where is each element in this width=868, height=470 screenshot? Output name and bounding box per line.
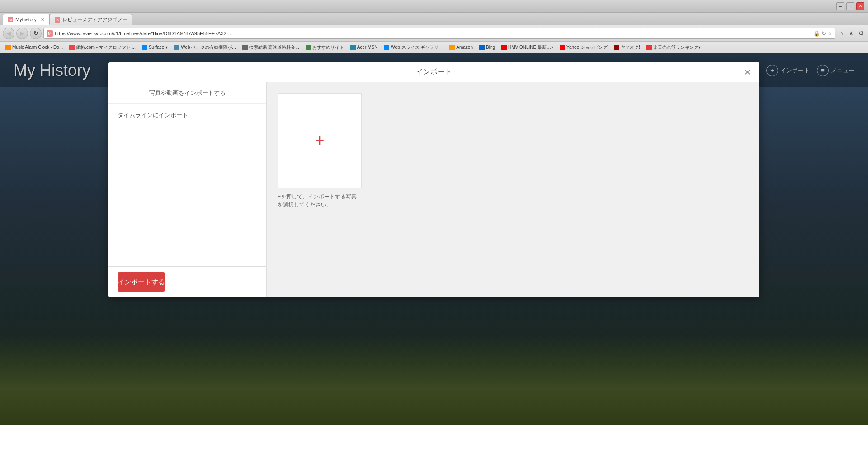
browser-tabs: M Myhistory ✕ R レビューメディアアジゴソー xyxy=(0,13,868,25)
sidebar-timeline-label: タイムラインにインポート xyxy=(118,111,188,119)
tab-close-myhistory[interactable]: ✕ xyxy=(41,17,45,23)
bookmark-label-12: ヤフオク! xyxy=(621,44,640,51)
tab-favicon-review: R xyxy=(55,17,60,23)
tools-button[interactable]: ⚙ xyxy=(857,29,865,38)
bookmark-11[interactable]: Yahoo!ショッピング xyxy=(557,43,610,52)
home-button[interactable]: ⌂ xyxy=(837,29,845,38)
restore-button[interactable]: □ xyxy=(846,2,854,10)
tab-label-myhistory: Myhistory xyxy=(15,17,37,22)
modal-sidebar: 写真や動画をインポートする タイムラインにインポート インポートする xyxy=(108,82,267,297)
browser-window: ─ □ ✕ M Myhistory ✕ R レビューメディアアジゴソー ◀ ▶ … xyxy=(0,0,868,53)
app-background: My History 年 月 ▦ 新規作成 再読込 ≡ 2ライン ➤ お知らせ … xyxy=(0,53,868,425)
bookmark-10[interactable]: HMV ONLINE 最新…▾ xyxy=(499,43,556,52)
star-icon: ☆ xyxy=(827,30,832,37)
lock-icon: 🔒 xyxy=(813,30,820,37)
bookmark-7[interactable]: Web スライス ギャラリー xyxy=(381,43,446,52)
bookmark-9[interactable]: Bing xyxy=(476,43,498,52)
bookmark-1[interactable]: 価格.com - マイクロソフト ... xyxy=(66,43,138,52)
bookmark-13[interactable]: 楽天売れ筋ランキング▾ xyxy=(644,43,703,52)
tab-favicon-myhistory: M xyxy=(8,17,13,22)
bookmark-label-13: 楽天売れ筋ランキング▾ xyxy=(653,44,701,51)
upload-placeholder[interactable]: + xyxy=(278,93,362,188)
bookmark-label-8: Amazon xyxy=(456,45,473,50)
bookmark-label-4: 検索結果 高速道路料金... xyxy=(249,44,299,51)
fav-button[interactable]: ★ xyxy=(847,29,855,38)
address-bar[interactable]: M https://www.lavie-svc.com/#1/timelines… xyxy=(43,28,835,39)
browser-tab-review[interactable]: R レビューメディアアジゴソー xyxy=(50,14,132,25)
forward-button[interactable]: ▶ xyxy=(16,28,28,39)
bookmark-label-6: Acer MSN xyxy=(357,45,378,50)
bookmark-6[interactable]: Acer MSN xyxy=(348,43,381,52)
bookmark-label-2: Surface ▾ xyxy=(149,45,168,50)
bookmark-12[interactable]: ヤフオク! xyxy=(611,43,643,52)
sidebar-timeline-import[interactable]: タイムラインにインポート xyxy=(108,104,266,193)
modal-title: インポート xyxy=(416,67,452,77)
modal-content: + +を押して、インポートする写真を選択してください。 xyxy=(267,82,760,297)
modal-dialog: インポート ✕ 写真や動画をインポートする タイムラインにインポート xyxy=(108,62,760,297)
add-photo-icon: + xyxy=(315,132,324,149)
sidebar-upload-photos[interactable]: 写真や動画をインポートする xyxy=(108,82,266,104)
bookmark-label-11: Yahoo!ショッピング xyxy=(566,44,608,51)
bookmark-0[interactable]: Music Alarm Clock - Do... xyxy=(3,43,66,52)
upload-hint-text: +を押して、インポートする写真を選択してください。 xyxy=(278,193,362,209)
minimize-button[interactable]: ─ xyxy=(836,2,844,10)
browser-titlebar: ─ □ ✕ xyxy=(0,0,868,13)
refresh-button[interactable]: ↻ xyxy=(30,28,42,39)
bookmark-label-5: おすすめサイト xyxy=(312,44,344,51)
browser-tab-myhistory[interactable]: M Myhistory ✕ xyxy=(3,14,50,25)
tab-label-review: レビューメディアアジゴソー xyxy=(62,16,127,23)
modal-body: 写真や動画をインポートする タイムラインにインポート インポートする xyxy=(108,82,760,297)
browser-navbar: ◀ ▶ ↻ M https://www.lavie-svc.com/#1/tim… xyxy=(0,25,868,42)
bookmark-8[interactable]: Amazon xyxy=(447,43,476,52)
modal-overlay: インポート ✕ 写真や動画をインポートする タイムラインにインポート xyxy=(0,53,868,425)
back-button[interactable]: ◀ xyxy=(3,28,14,39)
address-icons: 🔒 ↻ ☆ xyxy=(813,30,832,37)
bookmark-label-1: 価格.com - マイクロソフト ... xyxy=(76,44,136,51)
modal-header: インポート ✕ xyxy=(108,62,760,82)
bookmark-2[interactable]: Surface ▾ xyxy=(139,43,170,52)
bookmark-label-10: HMV ONLINE 最新…▾ xyxy=(508,44,553,51)
address-favicon: M xyxy=(47,30,53,37)
sidebar-upload-label: 写真や動画をインポートする xyxy=(149,89,226,97)
bookmark-label-7: Web スライス ギャラリー xyxy=(391,44,443,51)
import-button[interactable]: インポートする xyxy=(118,272,165,292)
bookmark-label-9: Bing xyxy=(486,45,495,50)
import-button-label: インポートする xyxy=(118,278,165,287)
bookmarks-bar: Music Alarm Clock - Do... 価格.com - マイクロソ… xyxy=(0,42,868,53)
bookmark-label-0: Music Alarm Clock - Do... xyxy=(12,45,63,50)
close-button[interactable]: ✕ xyxy=(856,2,864,10)
modal-close-button[interactable]: ✕ xyxy=(741,66,753,78)
bookmark-5[interactable]: おすすめサイト xyxy=(303,43,347,52)
bookmark-4[interactable]: 検索結果 高速道路料金... xyxy=(240,43,302,52)
bookmark-label-3: Web ページの有効期限が... xyxy=(181,44,236,51)
refresh-icon: ↻ xyxy=(821,30,826,37)
address-text: https://www.lavie-svc.com/#1/timelines/d… xyxy=(55,31,811,36)
bookmark-3[interactable]: Web ページの有効期限が... xyxy=(171,43,239,52)
